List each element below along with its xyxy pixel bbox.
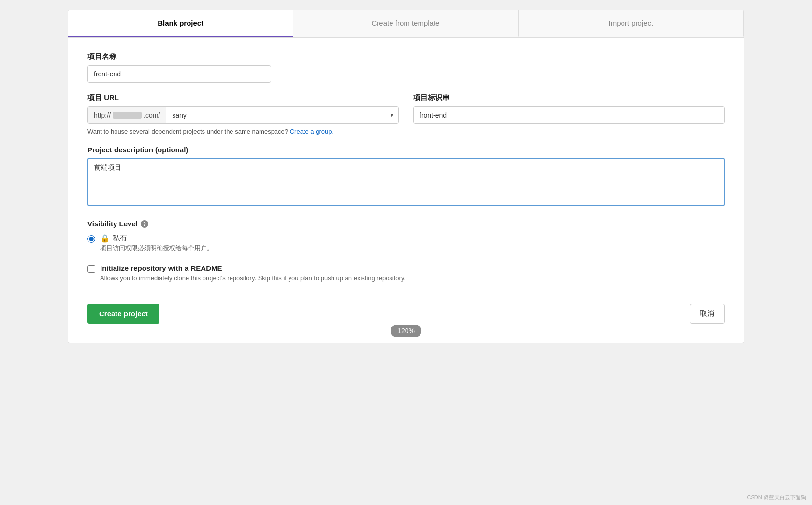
- project-name-section: 项目名称: [87, 52, 725, 83]
- url-protocol: http://: [94, 111, 111, 119]
- description-label: Project description (optional): [87, 146, 725, 154]
- project-slug-label: 项目标识串: [413, 93, 725, 103]
- url-row: 项目 URL http:// .com/ sany ▾ Wa: [87, 93, 725, 135]
- readme-content: Initialize repository with a README Allo…: [100, 264, 725, 282]
- zoom-badge: 120%: [391, 325, 421, 337]
- url-blurred-domain: [113, 112, 142, 119]
- page-container: Blank project Create from template Impor…: [68, 10, 744, 343]
- readme-title: Initialize repository with a README: [100, 264, 725, 272]
- visibility-private-desc: 项目访问权限必须明确授权给每个用户。: [100, 244, 213, 252]
- description-textarea[interactable]: 前端项目: [87, 158, 725, 206]
- watermark: CSDN @蓝天白云下遛狗: [747, 494, 806, 501]
- tab-bar: Blank project Create from template Impor…: [68, 10, 744, 38]
- visibility-section: Visibility Level ? 🔒 私有 项目访问权限必须明确授权给每个用…: [87, 220, 725, 252]
- project-slug-input[interactable]: [413, 106, 725, 124]
- namespace-help: Want to house several dependent projects…: [87, 128, 399, 135]
- lock-icon: 🔒: [100, 234, 110, 243]
- project-url-label: 项目 URL: [87, 93, 399, 103]
- project-slug-section: 项目标识串: [413, 93, 725, 124]
- cancel-button[interactable]: 取消: [690, 304, 725, 324]
- readme-checkbox[interactable]: [87, 265, 95, 273]
- visibility-private-option: 🔒 私有 项目访问权限必须明确授权给每个用户。: [87, 234, 725, 252]
- namespace-select-wrapper: sany ▾: [166, 107, 398, 123]
- tab-import-project[interactable]: Import project: [519, 10, 744, 37]
- visibility-private-radio[interactable]: [87, 235, 95, 243]
- readme-section: Initialize repository with a README Allo…: [87, 264, 725, 282]
- namespace-select[interactable]: sany: [166, 107, 398, 123]
- namespace-help-text: Want to house several dependent projects…: [87, 128, 288, 135]
- project-name-label: 项目名称: [87, 52, 725, 61]
- visibility-label: Visibility Level ?: [87, 220, 725, 228]
- help-icon[interactable]: ?: [141, 220, 148, 228]
- create-group-link[interactable]: Create a group.: [290, 128, 334, 135]
- url-domain-suffix: .com/: [144, 111, 160, 119]
- tab-create-from-template[interactable]: Create from template: [293, 10, 518, 37]
- url-input-group: http:// .com/ sany ▾: [87, 106, 399, 124]
- form-content: 项目名称 项目 URL http:// .com/ sany: [68, 38, 744, 343]
- tab-blank-project[interactable]: Blank project: [68, 10, 293, 37]
- url-prefix: http:// .com/: [88, 107, 166, 123]
- visibility-private-title: 私有: [113, 234, 127, 243]
- visibility-label-text: Visibility Level: [87, 220, 138, 228]
- bottom-bar: Create project 取消: [87, 299, 725, 324]
- description-section: Project description (optional) 前端项目 120%: [87, 146, 725, 208]
- project-name-input[interactable]: [87, 65, 271, 83]
- visibility-private-content: 🔒 私有 项目访问权限必须明确授权给每个用户。: [100, 234, 213, 252]
- readme-desc: Allows you to immediately clone this pro…: [100, 274, 725, 282]
- create-project-button[interactable]: Create project: [87, 304, 160, 324]
- visibility-private-title-row: 🔒 私有: [100, 234, 213, 243]
- project-url-section: 项目 URL http:// .com/ sany ▾ Wa: [87, 93, 399, 135]
